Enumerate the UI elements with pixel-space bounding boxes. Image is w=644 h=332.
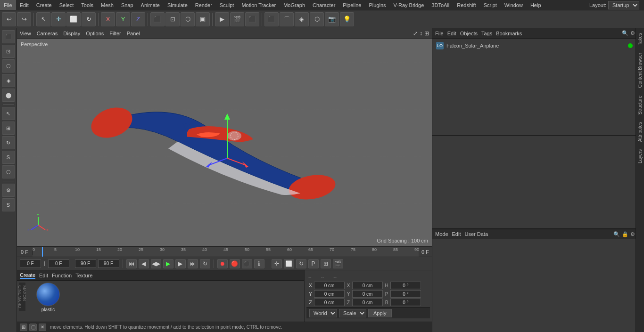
record-btn[interactable]: ⏺ <box>217 259 228 268</box>
status-icon-1[interactable]: ▢ <box>29 324 37 331</box>
mode-btn-0[interactable]: ⬛ <box>2 30 15 43</box>
vp-settings-icon[interactable]: ⊞ <box>424 30 429 37</box>
menu-character[interactable]: Character <box>309 0 339 10</box>
coord-y-size[interactable] <box>352 290 383 298</box>
menu-motion-tracker[interactable]: Motion Tracker <box>238 0 280 10</box>
keyframe-btn[interactable]: ⊞ <box>321 259 331 268</box>
play-reverse-btn[interactable]: ◀▶ <box>151 259 161 268</box>
vp-menu-filter[interactable]: Filter <box>109 31 121 36</box>
frame-start-input[interactable] <box>20 259 41 268</box>
film-btn[interactable]: 🎬 <box>333 259 343 268</box>
nurbs-button[interactable]: ◈ <box>295 12 309 26</box>
tab-function[interactable]: Function <box>52 273 72 278</box>
scale-dropdown[interactable]: Scale <box>339 309 366 317</box>
menu-pipeline[interactable]: Pipeline <box>339 0 365 10</box>
tab-structure[interactable]: Structure <box>636 93 644 118</box>
obj-tags-menu[interactable]: Tags <box>481 31 492 36</box>
menu-animate[interactable]: Animate <box>137 0 164 10</box>
coord-z-pos[interactable] <box>314 299 345 306</box>
obj-config-icon[interactable]: ⚙ <box>630 30 635 36</box>
z-axis-button[interactable]: Z <box>131 12 145 26</box>
vp-arrow-icon[interactable]: ↕ <box>420 30 422 37</box>
loop-btn[interactable]: ↻ <box>200 259 210 268</box>
tab-texture[interactable]: Texture <box>75 273 92 278</box>
render-button[interactable]: 🎬 <box>230 12 244 26</box>
tab-content-browser[interactable]: Content Browser <box>636 50 644 90</box>
tool-btn-3[interactable]: S <box>2 151 15 164</box>
apply-button[interactable]: Apply <box>368 309 392 317</box>
tool-btn-5[interactable]: ⚙ <box>2 184 15 197</box>
menu-mograph[interactable]: MoGraph <box>280 0 309 10</box>
scale-transport-btn[interactable]: ⬜ <box>284 259 294 268</box>
playback-start-input[interactable] <box>48 259 69 268</box>
camera-button[interactable]: 📷 <box>325 12 339 26</box>
mode-btn-4[interactable]: ⬤ <box>2 89 15 102</box>
layout-select[interactable]: Startup <box>608 1 639 9</box>
tool-btn-2[interactable]: ↻ <box>2 136 15 149</box>
frame-end-input[interactable] <box>98 259 119 268</box>
coord-z-size[interactable] <box>352 299 383 306</box>
obj-search-icon[interactable]: 🔍 <box>622 30 628 36</box>
move-tool-button[interactable]: ✛ <box>51 12 66 26</box>
deformer-button[interactable]: ⬡ <box>310 12 324 26</box>
attr-config-icon[interactable]: ⚙ <box>630 231 635 237</box>
status-icon-0[interactable]: ⊞ <box>20 324 27 331</box>
tab-edit[interactable]: Edit <box>39 273 48 278</box>
vp-menu-cameras[interactable]: Cameras <box>37 31 58 36</box>
menu-render[interactable]: Render <box>191 0 216 10</box>
coord-y-pos[interactable] <box>314 290 345 298</box>
cube-primitive-button[interactable]: ⬛ <box>264 12 279 26</box>
vp-menu-options[interactable]: Options <box>86 31 104 36</box>
scale-tool-button[interactable]: ⬜ <box>66 12 81 26</box>
tab-layers[interactable]: Layers <box>636 146 644 166</box>
rotate-tool-button[interactable]: ↻ <box>82 12 96 26</box>
coord-h-val[interactable] <box>390 282 421 289</box>
object-mode-button[interactable]: ⬛ <box>150 12 165 26</box>
mode-btn-1[interactable]: ⊡ <box>2 45 15 58</box>
coord-p-val[interactable] <box>390 290 421 298</box>
material-plastic[interactable]: plastic <box>34 283 62 320</box>
x-axis-button[interactable]: X <box>101 12 115 26</box>
menu-script[interactable]: Script <box>480 0 501 10</box>
obj-row-falcon[interactable]: LO Falcon_Solar_Airplane <box>434 40 642 51</box>
mode-btn-2[interactable]: ⬡ <box>2 59 15 73</box>
edge-mode-button[interactable]: ⬡ <box>181 12 195 26</box>
tool-btn-6[interactable]: S <box>2 198 15 211</box>
mode-btn-3[interactable]: ◈ <box>2 74 15 87</box>
poly-mode-button[interactable]: ▣ <box>196 12 210 26</box>
render-region-button[interactable]: ⬛ <box>245 12 259 26</box>
tool-btn-4[interactable]: ⬡ <box>2 165 15 178</box>
viewport-3d[interactable]: Perspective Grid Spacing : 100 cm X Y Z <box>17 39 432 246</box>
menu-plugins[interactable]: Plugins <box>365 0 389 10</box>
prev-frame-btn[interactable]: ◀ <box>139 259 149 268</box>
attr-mode-menu[interactable]: Mode <box>435 231 448 237</box>
tab-attributes[interactable]: Attributes <box>636 119 644 145</box>
obj-file-menu[interactable]: File <box>435 31 444 36</box>
menu-select[interactable]: Select <box>56 0 78 10</box>
goto-end-btn[interactable]: ⏭ <box>188 259 198 268</box>
menu-help[interactable]: Help <box>527 0 545 10</box>
vp-expand-icon[interactable]: ⤢ <box>413 30 418 37</box>
light-button[interactable]: 💡 <box>340 12 354 26</box>
vp-menu-view[interactable]: View <box>20 31 31 36</box>
vp-menu-panel[interactable]: Panel <box>127 31 140 36</box>
obj-edit-menu[interactable]: Edit <box>447 31 456 36</box>
menu-redshift[interactable]: Redshift <box>453 0 479 10</box>
menu-edit[interactable]: Edit <box>16 0 33 10</box>
tab-create[interactable]: Create <box>20 272 35 279</box>
coord-x-pos[interactable] <box>314 282 345 289</box>
tool-btn-0[interactable]: ↖ <box>2 107 15 120</box>
timeline[interactable]: 0 F 0 5 10 15 20 25 30 35 40 45 50 <box>17 246 432 257</box>
redo-button[interactable]: ↪ <box>17 12 31 26</box>
key-all-btn[interactable]: ⚫ <box>242 259 252 268</box>
timeline-playhead[interactable] <box>42 247 43 257</box>
move-transport-btn[interactable]: ✛ <box>272 259 282 268</box>
menu-3dtoall[interactable]: 3DToAll <box>428 0 453 10</box>
menu-snap[interactable]: Snap <box>117 0 137 10</box>
vp-menu-display[interactable]: Display <box>63 31 80 36</box>
attr-lock-icon[interactable]: 🔒 <box>622 231 628 237</box>
point-mode-button[interactable]: ⊡ <box>165 12 180 26</box>
next-frame-btn[interactable]: ▶ <box>175 259 186 268</box>
menu-simulate[interactable]: Simulate <box>164 0 191 10</box>
rotate-transport-btn[interactable]: ↻ <box>296 259 306 268</box>
